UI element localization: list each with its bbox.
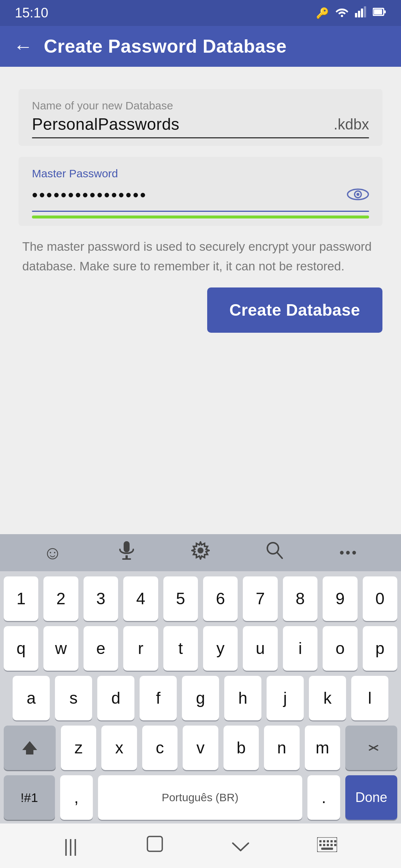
key-4[interactable]: 4: [123, 576, 158, 621]
key-period[interactable]: .: [307, 775, 340, 820]
key-s[interactable]: s: [55, 676, 92, 720]
space-key[interactable]: Português (BR): [98, 775, 302, 820]
database-name-card: Name of your new Database PersonalPasswo…: [19, 89, 382, 146]
shift-key[interactable]: [4, 726, 56, 770]
svg-rect-28: [334, 840, 336, 842]
create-database-button[interactable]: Create Database: [207, 287, 382, 333]
svg-rect-2: [358, 11, 360, 17]
database-name-underline: [32, 137, 369, 138]
key-t[interactable]: t: [163, 626, 198, 671]
key-q[interactable]: q: [4, 626, 38, 671]
more-options-icon[interactable]: •••: [339, 545, 358, 560]
database-name-row: PersonalPasswords .kdbx: [32, 115, 369, 134]
key-5[interactable]: 5: [163, 576, 198, 621]
key-b[interactable]: b: [224, 726, 259, 770]
keyboard-area: ☺ ••• 1 2 3: [0, 534, 401, 823]
database-name-input[interactable]: PersonalPasswords: [32, 115, 179, 134]
battery-icon: [373, 7, 386, 19]
nav-home-icon[interactable]: [146, 835, 164, 857]
master-password-card: Master Password ••••••••••••••••: [19, 157, 382, 226]
key-y[interactable]: y: [203, 626, 238, 671]
key-p[interactable]: p: [363, 626, 397, 671]
keyboard-row-asdf: a s d f g h j k l: [4, 676, 397, 720]
key-i[interactable]: i: [283, 626, 317, 671]
key-w[interactable]: w: [43, 626, 78, 671]
master-password-input[interactable]: ••••••••••••••••: [32, 186, 147, 204]
key-u[interactable]: u: [243, 626, 277, 671]
svg-rect-19: [27, 751, 33, 752]
nav-back-icon[interactable]: |||: [64, 836, 78, 856]
master-password-row: ••••••••••••••••: [32, 183, 369, 207]
svg-rect-25: [323, 840, 325, 842]
key-1[interactable]: 1: [4, 576, 38, 621]
main-content: Name of your new Database PersonalPasswo…: [0, 67, 401, 534]
key-9[interactable]: 9: [323, 576, 357, 621]
svg-rect-22: [147, 836, 162, 851]
key-l[interactable]: l: [351, 676, 388, 720]
master-password-label: Master Password: [32, 167, 369, 180]
svg-rect-34: [321, 848, 333, 850]
backspace-key[interactable]: [345, 726, 397, 770]
app-bar: ← Create Password Database: [0, 26, 401, 67]
settings-icon[interactable]: [191, 541, 210, 564]
key-v[interactable]: v: [183, 726, 218, 770]
svg-rect-3: [361, 9, 363, 17]
svg-rect-31: [327, 844, 329, 846]
key-o[interactable]: o: [323, 626, 357, 671]
nav-bar: |||: [0, 823, 401, 868]
nav-recents-icon[interactable]: [232, 836, 249, 856]
key-6[interactable]: 6: [203, 576, 238, 621]
key-g[interactable]: g: [182, 676, 219, 720]
status-icons: 🔑: [316, 6, 386, 20]
key-0[interactable]: 0: [363, 576, 397, 621]
key-j[interactable]: j: [267, 676, 304, 720]
status-time: 15:10: [15, 5, 48, 21]
key-a[interactable]: a: [13, 676, 50, 720]
key-3[interactable]: 3: [84, 576, 118, 621]
key-comma[interactable]: ,: [60, 775, 93, 820]
status-bar: 15:10 🔑: [0, 0, 401, 26]
emoji-icon[interactable]: ☺: [43, 542, 62, 563]
key-2[interactable]: 2: [43, 576, 78, 621]
key-7[interactable]: 7: [243, 576, 277, 621]
info-text: The master password is used to securely …: [22, 237, 379, 276]
svg-rect-26: [327, 840, 329, 842]
key-z[interactable]: z: [61, 726, 96, 770]
key-e[interactable]: e: [84, 626, 118, 671]
svg-marker-18: [22, 741, 37, 754]
svg-line-17: [277, 552, 282, 558]
key-h[interactable]: h: [224, 676, 261, 720]
key-d[interactable]: d: [97, 676, 134, 720]
key-x[interactable]: x: [101, 726, 137, 770]
keyboard: 1 2 3 4 5 6 7 8 9 0 q w e r t y u i o p …: [0, 571, 401, 823]
key-k[interactable]: k: [309, 676, 346, 720]
toggle-password-visibility-icon[interactable]: [347, 183, 369, 207]
microphone-icon[interactable]: [118, 541, 135, 564]
password-strength-bar: [32, 216, 369, 218]
database-name-label: Name of your new Database: [32, 99, 369, 112]
keyboard-toolbar: ☺ •••: [0, 534, 401, 571]
svg-point-11: [356, 193, 359, 196]
back-button[interactable]: ←: [13, 37, 33, 56]
key-n[interactable]: n: [264, 726, 299, 770]
key-r[interactable]: r: [123, 626, 158, 671]
nav-keyboard-icon[interactable]: [317, 836, 337, 856]
key-icon: 🔑: [316, 7, 329, 19]
key-f[interactable]: f: [140, 676, 177, 720]
search-icon[interactable]: [266, 541, 283, 564]
key-m[interactable]: m: [305, 726, 340, 770]
signal-icon: [355, 6, 367, 20]
svg-rect-29: [319, 844, 322, 846]
keyboard-row-zxcv: z x c v b n m: [4, 726, 397, 770]
key-c[interactable]: c: [142, 726, 177, 770]
svg-point-0: [341, 15, 343, 17]
key-8[interactable]: 8: [283, 576, 317, 621]
svg-rect-12: [124, 541, 130, 552]
keyboard-row-bottom: !#1 , Português (BR) . Done: [4, 775, 397, 820]
svg-point-15: [198, 548, 203, 553]
database-name-suffix: .kdbx: [333, 116, 369, 133]
done-key[interactable]: Done: [345, 775, 397, 820]
symbols-key[interactable]: !#1: [4, 775, 55, 820]
wifi-icon: [335, 6, 349, 20]
keyboard-row-numbers: 1 2 3 4 5 6 7 8 9 0: [4, 576, 397, 621]
